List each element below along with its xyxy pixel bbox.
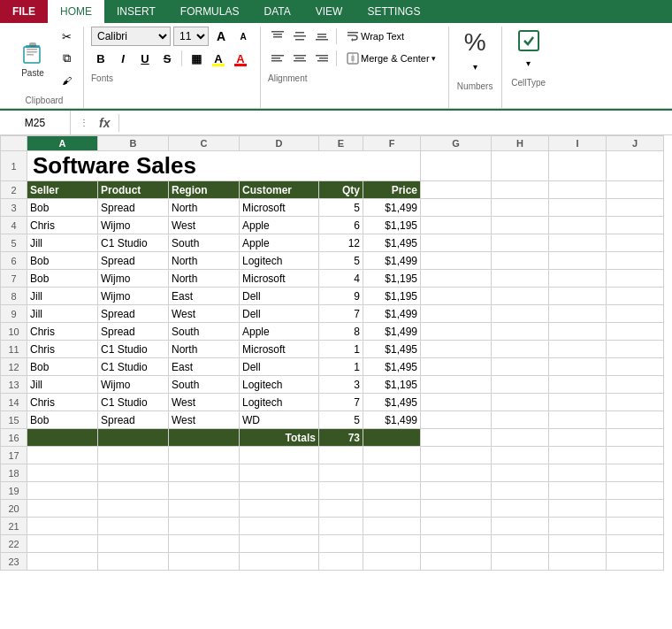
cut-button[interactable]: ✂ [57, 27, 76, 46]
cell-f18[interactable] [363, 464, 421, 482]
cell-h8[interactable] [492, 288, 549, 305]
cell-f9[interactable]: $1,499 [363, 305, 421, 323]
cell-e5[interactable]: 12 [319, 234, 363, 252]
cell-f19[interactable] [363, 482, 421, 500]
row-header-4[interactable]: 4 [1, 217, 27, 234]
cell-j2[interactable] [607, 181, 664, 199]
cell-g13[interactable] [421, 376, 492, 394]
cell-a18[interactable] [27, 464, 98, 482]
col-header-e[interactable]: E [319, 136, 363, 151]
align-bottom-button[interactable] [312, 27, 332, 46]
header-cell-price[interactable]: Price [363, 181, 421, 199]
cell-b14[interactable]: C1 Studio [98, 394, 169, 411]
cell-d7[interactable]: Microsoft [240, 270, 319, 288]
cell-a19[interactable] [27, 482, 98, 500]
cell-b12[interactable]: C1 Studio [98, 358, 169, 376]
cell-f15[interactable]: $1,499 [363, 411, 421, 429]
cell-i14[interactable] [549, 394, 607, 411]
cell-i12[interactable] [549, 358, 607, 376]
text-right-button[interactable] [312, 49, 332, 68]
cell-i16[interactable] [549, 429, 607, 447]
cell-j16[interactable] [607, 429, 664, 447]
tab-data[interactable]: DATA [251, 0, 302, 23]
cell-e13[interactable]: 3 [319, 376, 363, 394]
col-header-h[interactable]: H [492, 136, 549, 151]
cell-h13[interactable] [492, 376, 549, 394]
row-header-23[interactable]: 23 [1, 553, 27, 571]
cell-f7[interactable]: $1,195 [363, 270, 421, 288]
cell-a21[interactable] [27, 518, 98, 535]
cell-d21[interactable] [240, 518, 319, 535]
cell-b18[interactable] [98, 464, 169, 482]
cell-g1[interactable] [421, 151, 492, 181]
grow-font-button[interactable]: A [211, 27, 231, 46]
cell-d15[interactable]: WD [240, 411, 319, 429]
cell-j22[interactable] [607, 535, 664, 553]
cell-c3[interactable]: North [169, 199, 240, 217]
cell-j13[interactable] [607, 376, 664, 394]
cell-f12[interactable]: $1,495 [363, 358, 421, 376]
cell-e8[interactable]: 9 [319, 288, 363, 305]
cell-c9[interactable]: West [169, 305, 240, 323]
celltype-dropdown[interactable]: ▾ [522, 53, 535, 73]
formula-input[interactable] [119, 117, 672, 129]
cell-b20[interactable] [98, 500, 169, 518]
cell-h6[interactable] [492, 252, 549, 270]
cell-g7[interactable] [421, 270, 492, 288]
cell-c10[interactable]: South [169, 323, 240, 341]
cell-g10[interactable] [421, 323, 492, 341]
cell-f14[interactable]: $1,495 [363, 394, 421, 411]
cell-j10[interactable] [607, 323, 664, 341]
total-cell-b16[interactable] [98, 429, 169, 447]
format-painter-button[interactable]: 🖌 [57, 71, 76, 90]
cell-d23[interactable] [240, 553, 319, 571]
cell-i6[interactable] [549, 252, 607, 270]
cell-c7[interactable]: North [169, 270, 240, 288]
cell-i5[interactable] [549, 234, 607, 252]
cell-e12[interactable]: 1 [319, 358, 363, 376]
merge-center-button[interactable]: Merge & Center ▾ [341, 50, 441, 67]
header-cell-product[interactable]: Product [98, 181, 169, 199]
cell-i2[interactable] [549, 181, 607, 199]
cell-h4[interactable] [492, 217, 549, 234]
cell-j17[interactable] [607, 447, 664, 464]
file-tab[interactable]: FILE [0, 0, 48, 23]
col-header-g[interactable]: G [421, 136, 492, 151]
cell-g14[interactable] [421, 394, 492, 411]
row-header-18[interactable]: 18 [1, 464, 27, 482]
cell-d13[interactable]: Logitech [240, 376, 319, 394]
col-header-d[interactable]: D [240, 136, 319, 151]
cell-b22[interactable] [98, 535, 169, 553]
cell-g8[interactable] [421, 288, 492, 305]
text-center-button[interactable] [290, 49, 309, 68]
cell-d20[interactable] [240, 500, 319, 518]
col-header-a[interactable]: A [27, 136, 98, 151]
cell-g3[interactable] [421, 199, 492, 217]
cell-h19[interactable] [492, 482, 549, 500]
cell-b23[interactable] [98, 553, 169, 571]
row-header-8[interactable]: 8 [1, 288, 27, 305]
cell-h9[interactable] [492, 305, 549, 323]
cell-j9[interactable] [607, 305, 664, 323]
cell-h1[interactable] [492, 151, 549, 181]
row-header-9[interactable]: 9 [1, 305, 27, 323]
cell-a23[interactable] [27, 553, 98, 571]
cell-j23[interactable] [607, 553, 664, 571]
cell-c23[interactable] [169, 553, 240, 571]
cell-d19[interactable] [240, 482, 319, 500]
cell-h18[interactable] [492, 464, 549, 482]
cell-f4[interactable]: $1,195 [363, 217, 421, 234]
cell-h21[interactable] [492, 518, 549, 535]
cell-g6[interactable] [421, 252, 492, 270]
cell-g15[interactable] [421, 411, 492, 429]
total-cell-a16[interactable] [27, 429, 98, 447]
cell-f20[interactable] [363, 500, 421, 518]
cell-e3[interactable]: 5 [319, 199, 363, 217]
cell-i23[interactable] [549, 553, 607, 571]
cell-c6[interactable]: North [169, 252, 240, 270]
col-header-c[interactable]: C [169, 136, 240, 151]
cell-j4[interactable] [607, 217, 664, 234]
cell-i1[interactable] [549, 151, 607, 181]
cell-g18[interactable] [421, 464, 492, 482]
row-header-3[interactable]: 3 [1, 199, 27, 217]
